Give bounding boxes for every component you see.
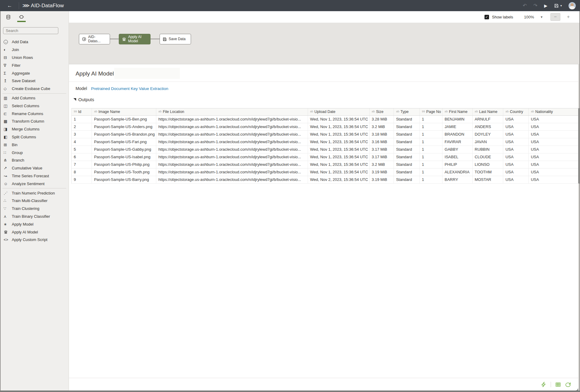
save-icon [163, 37, 167, 41]
custom-script-icon: <> [4, 237, 10, 242]
table-cell: PHILIP [442, 161, 473, 168]
table-cell: Standard [394, 115, 420, 123]
text-type-icon: ab [94, 110, 97, 113]
sidebar-item-branch[interactable]: ⋔Branch [0, 156, 69, 164]
sidebar-item-apply-ai-model[interactable]: Apply AI Model [0, 228, 69, 236]
back-button[interactable]: ← [4, 0, 16, 11]
column-header-id[interactable]: 99Id [72, 108, 92, 115]
table-row[interactable]: 1Passport-Sample-US-Ben.pnghttps://objec… [72, 115, 580, 123]
tab-steps[interactable] [18, 12, 25, 21]
table-cell: Passport-Sample-US-Anders.png [92, 123, 156, 130]
tab-data[interactable] [4, 12, 12, 21]
sidebar-item-save-dataset[interactable]: ↥Save Dataset [0, 77, 69, 85]
table-cell: 3.18 MiB [369, 130, 394, 138]
column-header-image-name[interactable]: abImage Name [92, 108, 156, 115]
table-row[interactable]: 7Passport-Sample-US-Philip.pnghttps://ob… [72, 161, 580, 168]
union-rows-icon: ⊟ [4, 55, 10, 60]
sidebar-item-cumulative-value[interactable]: ↗Cumulative Value [0, 164, 69, 172]
group-icon: ∷ [4, 150, 10, 155]
sidebar-item-add-columns[interactable]: ▥Add Columns [0, 94, 69, 102]
run-dataflow-button[interactable]: ▶ [544, 4, 547, 8]
table-cell: 1 [420, 168, 442, 176]
sidebar-item-union-rows[interactable]: ⊟Union Rows [0, 54, 69, 62]
table-row[interactable]: 4Passport-Sample-US-Fari.pnghttps://obje… [72, 138, 580, 146]
table-row[interactable]: 5Passport-Sample-US-Gabby.pnghttps://obj… [72, 146, 580, 153]
sidebar-item-label: Train Binary Classifier [12, 214, 50, 219]
column-header-page-no[interactable]: 99Page No [420, 108, 442, 115]
node-save-data[interactable]: Save Data [160, 34, 191, 44]
panel-divider [69, 82, 580, 82]
node-dataset[interactable]: AID-Datas... [79, 34, 110, 44]
table-cell: Passport-Sample-US-Gabby.png [92, 146, 156, 153]
table-row[interactable]: 3Passport-Sample-US-Brandon.pnghttps://o… [72, 130, 580, 138]
run-status-icon[interactable] [541, 382, 546, 387]
table-row[interactable]: 2Passport-Sample-US-Anders.pnghttps://ob… [72, 123, 580, 130]
sidebar-item-create-essbase-cube[interactable]: ◇Create Essbase Cube [0, 85, 69, 93]
save-menu-caret[interactable]: ▾ [560, 4, 562, 7]
sidebar-item-time-series-forecast[interactable]: ↝Time Series Forecast [0, 172, 69, 180]
sidebar-item-analyze-sentiment[interactable]: ☺Analyze Sentiment [0, 180, 69, 188]
sidebar-item-join[interactable]: ◐Join [0, 46, 69, 54]
table-cell: USA [529, 115, 580, 123]
dataflow-canvas[interactable]: AID-Datas... Apply AI Model Save Data [69, 23, 580, 64]
sidebar-item-train-binary-classifier[interactable]: ⋏Train Binary Classifier [0, 213, 69, 220]
table-row[interactable]: 8Passport-Sample-US-Tooth.pnghttps://obj… [72, 168, 580, 176]
search-input[interactable] [3, 27, 58, 34]
sidebar-item-apply-custom-script[interactable]: <>Apply Custom Script [0, 236, 69, 244]
undo-icon[interactable]: ↶ [523, 3, 527, 8]
column-header-country[interactable]: abCountry [503, 108, 529, 115]
table-cell: Wed, Nov 1, 2023, 15:36:54 UTC [308, 168, 369, 176]
user-avatar[interactable] [569, 2, 576, 9]
join-icon: ◐ [4, 47, 10, 52]
column-header-nationality[interactable]: abNationality [529, 108, 580, 115]
model-link[interactable]: Pretrained Document Key Value Extraction [91, 86, 168, 91]
sidebar-item-train-multi-classifier[interactable]: ∴Train Multi-Classifier [0, 197, 69, 205]
data-preview-icon[interactable] [555, 382, 561, 387]
sidebar-item-transform-column[interactable]: ▩Transform Column [0, 117, 69, 125]
sidebar-item-train-numeric-prediction[interactable]: ⋰Train Numeric Prediction [0, 189, 69, 197]
table-row[interactable]: 9Passport-Sample-US-Barry.pnghttps://obj… [72, 176, 580, 183]
sidebar-item-train-clustering[interactable]: ∵Train Clustering [0, 205, 69, 213]
robot-icon [122, 37, 126, 41]
sidebar-item-merge-columns[interactable]: ◨Merge Columns [0, 125, 69, 133]
column-header-type[interactable]: abType [394, 108, 420, 115]
footer-bar [69, 378, 578, 390]
zoom-dropdown-caret[interactable]: ▼ [540, 15, 543, 19]
sidebar-item-aggregate[interactable]: ΣAggregate [0, 69, 69, 77]
save-button[interactable]: ▾ [554, 3, 562, 8]
table-row[interactable]: 6Passport-Sample-US-Isabel.pnghttps://ob… [72, 153, 580, 161]
sidebar-item-select-columns[interactable]: ◫Select Columns [0, 102, 69, 110]
column-header-first-name[interactable]: abFirst Name [442, 108, 473, 115]
table-cell: USA [529, 123, 580, 130]
sidebar-item-group[interactable]: ∷Group [0, 149, 69, 156]
edit-status-icon[interactable] [565, 382, 572, 387]
sidebar-item-label: Branch [12, 158, 24, 162]
sidebar-item-filter[interactable]: ∇Filter [0, 61, 69, 69]
sidebar-item-split-columns[interactable]: ◧Split Columns [0, 133, 69, 141]
column-header-label: Upload Date [314, 110, 335, 114]
sidebar-item-label: Train Clustering [12, 206, 39, 211]
sidebar-item-label: Create Essbase Cube [12, 86, 50, 91]
sidebar-item-bin[interactable]: ⊞Bin [0, 141, 69, 149]
show-labels-checkbox[interactable]: ✓ [484, 15, 489, 19]
column-header-file-location[interactable]: abFile Location [156, 108, 308, 115]
table-cell: Passport-Sample-US-Ben.png [92, 115, 156, 123]
rename-columns-icon: ⊏ [4, 111, 10, 116]
table-cell: USA [503, 115, 529, 123]
column-header-upload-date[interactable]: abUpload Date [308, 108, 369, 115]
node-apply-ai-model[interactable]: Apply AI Model [119, 34, 151, 44]
sidebar-item-add-data[interactable]: →Add Data [0, 38, 69, 46]
column-header-size[interactable]: abSize [369, 108, 394, 115]
table-cell: 1 [420, 123, 442, 130]
outputs-section-toggle[interactable]: Outputs [73, 97, 94, 102]
zoom-in-button[interactable]: + [563, 13, 573, 21]
connector [110, 39, 119, 39]
sidebar-item-rename-columns[interactable]: ⊏Rename Columns [0, 110, 69, 117]
sidebar-item-apply-model[interactable]: ∗Apply Model [0, 220, 69, 228]
redo-icon[interactable]: ↷ [533, 3, 537, 8]
column-header-last-name[interactable]: abLast Name [472, 108, 503, 115]
table-cell: Standard [394, 123, 420, 130]
table-cell: USA [529, 138, 580, 146]
table-cell: USA [529, 176, 580, 183]
zoom-out-button[interactable]: − [550, 13, 560, 21]
